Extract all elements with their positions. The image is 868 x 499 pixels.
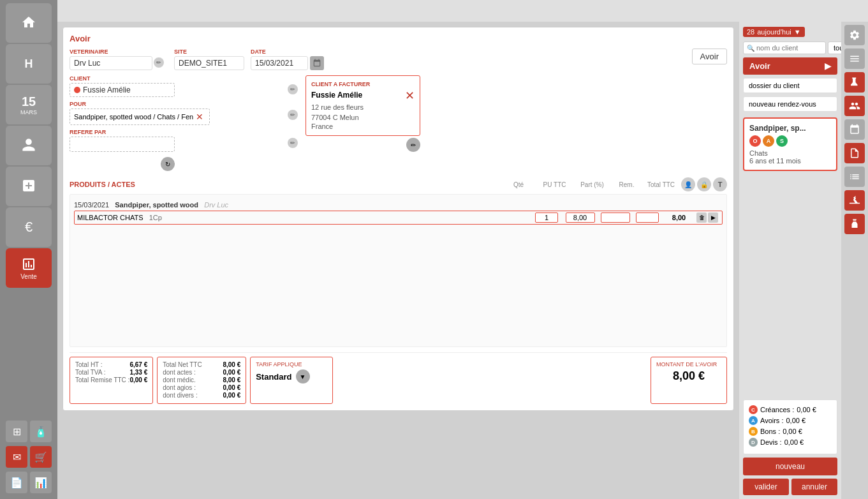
client-facturer-edit-icon[interactable]: ✏ — [406, 138, 420, 152]
pour-edit-icon[interactable]: ✏ — [288, 110, 298, 120]
creances-icon: C — [749, 405, 758, 414]
avoir-header-btn[interactable]: Avoir ▶ — [743, 57, 837, 75]
client-input[interactable]: Fussie Amélie — [70, 83, 175, 97]
products-section: PRODUITS / ACTES Qté PU TTC Part (%) Rem… — [70, 177, 727, 347]
client-facturer-addr1: 12 rue des fleurs — [311, 103, 364, 111]
finance-box: C Créances : 0,00 € A Avoirs : 0,00 € B … — [743, 399, 837, 454]
product-qty-input[interactable] — [535, 212, 558, 223]
far-right-icons — [841, 22, 868, 499]
sidebar-btn-calendar[interactable]: 15 MARS — [6, 85, 52, 124]
dossier-btn[interactable]: dossier du client — [743, 78, 837, 93]
right-top-bar: 28 aujourd'hui ▼ — [743, 26, 837, 38]
product-expand-btn[interactable]: ▶ — [708, 212, 718, 223]
avoirs-icon: A — [749, 416, 758, 425]
tarif-dropdown-btn[interactable]: ▼ — [296, 369, 310, 384]
far-right-list[interactable] — [844, 167, 865, 187]
sidebar-btn-vente[interactable]: Vente — [6, 248, 52, 288]
sidebar-btn-home[interactable] — [6, 3, 52, 43]
client-facturer-close[interactable]: ✕ — [405, 89, 415, 103]
far-right-bottle[interactable] — [844, 214, 865, 234]
form-wrapper: Avoir VETERINAIRE Drv Luc ✏ SITE — [57, 22, 739, 499]
avoir-btn-main[interactable]: Avoir — [692, 48, 727, 64]
avoirs-line: A Avoirs : 0,00 € — [749, 416, 832, 425]
sidebar-btn-mail[interactable]: ✉ — [6, 446, 27, 468]
date-picker-icon[interactable] — [310, 56, 324, 70]
sidebar-btn-grid[interactable]: ⊞ — [6, 421, 27, 442]
form-panel: Avoir VETERINAIRE Drv Luc ✏ SITE — [63, 27, 734, 411]
client-facturer-name: Fussie Amélie — [311, 91, 364, 100]
site-label: SITE — [174, 48, 244, 55]
rdv-btn[interactable]: nouveau rendez-vous — [743, 96, 837, 112]
product-pu-input[interactable] — [566, 212, 595, 223]
left-sidebar: H 15 MARS € Vente ⊞ 🧴 ✉ 🛒 📄 📊 — [0, 0, 57, 499]
add-product-btn[interactable]: 👤 — [681, 177, 695, 191]
product-delete-btn[interactable]: 🗑 — [696, 212, 707, 223]
product-rem-input[interactable] — [636, 212, 659, 223]
vet-edit-icon[interactable]: ✏ — [154, 57, 164, 68]
product-row: MILBACTOR CHATS 1Cp — [74, 211, 723, 225]
client-dot — [74, 87, 80, 93]
far-right-users[interactable] — [844, 96, 865, 116]
calendar-number: 15 — [22, 94, 36, 109]
devis-icon: D — [749, 438, 758, 447]
creances-line: C Créances : 0,00 € — [749, 405, 832, 414]
vet-input[interactable]: Drv Luc — [70, 56, 152, 70]
refresh-icon[interactable]: ↻ — [161, 157, 175, 171]
sidebar-btn-user[interactable] — [6, 126, 52, 165]
pour-input[interactable]: Sandpiper, spotted wood / Chats / Fen ✕ — [70, 108, 210, 125]
far-right-flask[interactable] — [844, 72, 865, 93]
date-input[interactable]: 15/03/2021 — [251, 56, 308, 70]
client-edit-icon[interactable]: ✏ — [288, 84, 298, 94]
totals-middle-box: Total Net TTC 8,00 € dont actes : 0,00 €… — [157, 357, 246, 404]
bons-icon: B — [749, 427, 758, 436]
devis-line: D Devis : 0,00 € — [749, 438, 832, 447]
action-btns: valider annuler — [743, 479, 837, 495]
annuler-btn[interactable]: annuler — [791, 479, 837, 495]
sidebar-vente-label: Vente — [20, 273, 37, 280]
far-right-lines[interactable] — [844, 48, 865, 69]
valider-btn[interactable]: valider — [743, 479, 789, 495]
far-right-gear[interactable] — [844, 25, 865, 45]
far-right-microscope[interactable] — [844, 190, 865, 211]
product-total: 8,00 — [661, 214, 696, 221]
sidebar-btn-doc[interactable]: 📄 — [6, 472, 27, 493]
client-facturer-country: France — [311, 123, 364, 130]
animal-age: 6 ans et 11 mois — [749, 157, 831, 165]
client-facturer-label: CLIENT A FACTURER — [311, 81, 415, 87]
refere-par-label: REFERE PAR — [70, 129, 286, 135]
text-btn[interactable]: T — [713, 177, 727, 191]
product-part-input[interactable] — [601, 212, 630, 223]
refere-edit-icon[interactable]: ✏ — [288, 138, 298, 148]
site-input[interactable]: DEMO_SITE1 — [174, 56, 244, 70]
search-input[interactable] — [743, 41, 826, 54]
sidebar-btn-euro[interactable]: € — [6, 207, 52, 247]
product-date-row: 15/03/2021 Sandpiper, spotted wood Drv L… — [74, 197, 723, 211]
date-label: DATE — [251, 48, 324, 55]
search-icon: 🔍 — [747, 45, 754, 52]
totals-montant-box: MONTANT DE L'AVOIR 8,00 € — [651, 357, 727, 404]
sidebar-btn-medical[interactable] — [6, 167, 52, 206]
client-facturer-box: CLIENT A FACTURER Fussie Amélie 12 rue d… — [305, 75, 420, 136]
client-label: CLIENT — [70, 75, 286, 82]
far-right-calendar[interactable] — [844, 119, 865, 140]
products-toolbar: 👤 🔒 T — [681, 177, 727, 191]
totals-tarif-box: TARIF APPLIQUE Standard ▼ — [250, 357, 333, 404]
products-table: 15/03/2021 Sandpiper, spotted wood Drv L… — [70, 194, 727, 347]
pour-clear-btn[interactable]: ✕ — [196, 112, 203, 122]
bons-line: B Bons : 0,00 € — [749, 427, 832, 436]
sidebar-btn-hotel[interactable]: H — [6, 44, 52, 84]
nouveau-btn[interactable]: nouveau — [743, 458, 837, 475]
sidebar-btn-bottle[interactable]: 🧴 — [30, 421, 52, 442]
far-right-document[interactable] — [844, 143, 865, 163]
sidebar-btn-cart[interactable]: 🛒 — [30, 446, 52, 468]
pour-label: POUR — [70, 101, 286, 107]
date-badge: 28 aujourd'hui ▼ — [743, 27, 805, 37]
refere-par-input[interactable] — [70, 137, 175, 152]
sidebar-btn-chart[interactable]: 📊 — [30, 472, 52, 493]
animal-name: Sandpiper, sp... — [749, 124, 831, 133]
client-facturer-city: 77004 C Melun — [311, 114, 364, 121]
form-panel-title: Avoir — [70, 34, 727, 43]
animal-icons: O A S — [749, 135, 831, 147]
lock-btn[interactable]: 🔒 — [697, 177, 711, 191]
totals-row: Total HT : 6,67 € Total TVA : 1,33 € Tot… — [70, 352, 727, 404]
